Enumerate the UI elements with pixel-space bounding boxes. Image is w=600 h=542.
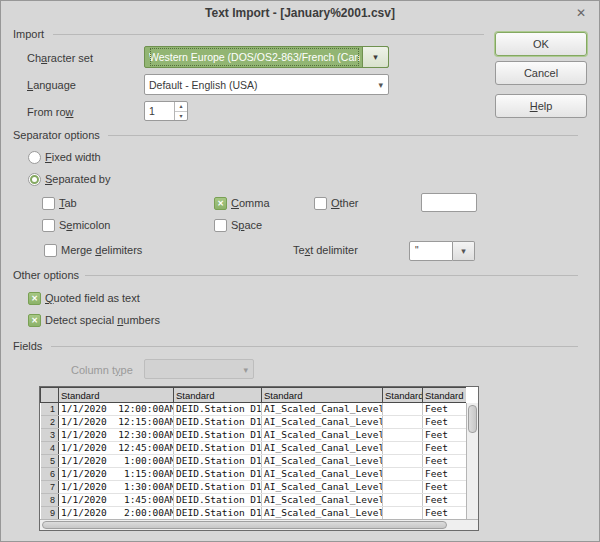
cell-unit[interactable]: Feet bbox=[423, 442, 467, 455]
merge-delimiters-checkbox[interactable] bbox=[44, 244, 57, 257]
cell-unit[interactable]: Feet bbox=[423, 429, 467, 442]
cell-blank[interactable] bbox=[383, 468, 423, 481]
cell-datetime[interactable]: 1/1/2020 1:15:00AM bbox=[59, 468, 174, 481]
cell-tag[interactable]: AI_Scaled_Canal_Level bbox=[262, 507, 383, 520]
comma-checkbox[interactable]: ✕ bbox=[214, 197, 227, 210]
vertical-scrollbar[interactable] bbox=[466, 403, 478, 520]
cell-tag[interactable]: AI_Scaled_Canal_Level bbox=[262, 455, 383, 468]
detect-special-numbers-checkbox[interactable]: ✕ bbox=[28, 314, 41, 327]
cell-station[interactable]: DEID.Station D1 bbox=[174, 507, 262, 520]
cell-station[interactable]: DEID.Station D1 bbox=[174, 429, 262, 442]
semicolon-checkbox[interactable] bbox=[42, 219, 55, 232]
table-row[interactable]: 2 1/1/2020 12:15:00AM DEID.Station D1 AI… bbox=[41, 416, 467, 429]
cell-unit[interactable]: Feet bbox=[423, 455, 467, 468]
ok-button[interactable]: OK bbox=[495, 32, 587, 56]
cell-tag[interactable]: AI_Scaled_Canal_Level bbox=[262, 442, 383, 455]
tab-checkbox[interactable] bbox=[42, 197, 55, 210]
separator-options-caption: Separator options bbox=[13, 129, 100, 141]
text-delimiter-select[interactable]: " ▾ bbox=[409, 241, 475, 261]
help-button[interactable]: Help bbox=[495, 94, 587, 118]
character-set-value: Western Europe (DOS/OS2-863/French (Can.… bbox=[149, 47, 360, 67]
cell-unit[interactable]: Feet bbox=[423, 494, 467, 507]
table-row[interactable]: 6 1/1/2020 1:15:00AM DEID.Station D1 AI_… bbox=[41, 468, 467, 481]
cell-blank[interactable] bbox=[383, 403, 423, 416]
cell-blank[interactable] bbox=[383, 481, 423, 494]
cell-blank[interactable] bbox=[383, 507, 423, 520]
other-label: Other bbox=[331, 197, 359, 209]
semicolon-label: Semicolon bbox=[59, 219, 110, 231]
cell-tag[interactable]: AI_Scaled_Canal_Level bbox=[262, 403, 383, 416]
cell-datetime[interactable]: 1/1/2020 12:00:00AM bbox=[59, 403, 174, 416]
table-row[interactable]: 8 1/1/2020 1:45:00AM DEID.Station D1 AI_… bbox=[41, 494, 467, 507]
cell-datetime[interactable]: 1/1/2020 12:15:00AM bbox=[59, 416, 174, 429]
chevron-down-icon[interactable]: ▾ bbox=[362, 47, 388, 67]
column-type-value bbox=[149, 360, 233, 378]
vertical-scrollbar-thumb[interactable] bbox=[468, 405, 477, 433]
cell-datetime[interactable]: 1/1/2020 1:00:00AM bbox=[59, 455, 174, 468]
cell-station[interactable]: DEID.Station D1 bbox=[174, 403, 262, 416]
header-row: Standard Standard Standard Standard Stan… bbox=[41, 388, 467, 403]
chevron-down-icon[interactable]: ▾ bbox=[453, 241, 475, 261]
close-icon[interactable]: ✕ bbox=[573, 5, 589, 21]
cell-station[interactable]: DEID.Station D1 bbox=[174, 494, 262, 507]
space-label: Space bbox=[231, 219, 262, 231]
table-row[interactable]: 1 1/1/2020 12:00:00AM DEID.Station D1 AI… bbox=[41, 403, 467, 416]
table-row[interactable]: 9 1/1/2020 2:00:00AM DEID.Station D1 AI_… bbox=[41, 507, 467, 520]
language-select[interactable]: Default - English (USA) ▾ bbox=[144, 74, 389, 95]
cell-tag[interactable]: AI_Scaled_Canal_Level bbox=[262, 416, 383, 429]
table-row[interactable]: 7 1/1/2020 1:30:00AM DEID.Station D1 AI_… bbox=[41, 481, 467, 494]
cell-station[interactable]: DEID.Station D1 bbox=[174, 481, 262, 494]
cell-unit[interactable]: Feet bbox=[423, 416, 467, 429]
cell-blank[interactable] bbox=[383, 442, 423, 455]
horizontal-scrollbar[interactable] bbox=[40, 519, 478, 530]
cell-blank[interactable] bbox=[383, 455, 423, 468]
cell-tag[interactable]: AI_Scaled_Canal_Level bbox=[262, 481, 383, 494]
cell-station[interactable]: DEID.Station D1 bbox=[174, 468, 262, 481]
cell-station[interactable]: DEID.Station D1 bbox=[174, 442, 262, 455]
cell-datetime[interactable]: 1/1/2020 12:45:00AM bbox=[59, 442, 174, 455]
cell-unit[interactable]: Feet bbox=[423, 468, 467, 481]
column-header-2[interactable]: Standard bbox=[174, 388, 262, 403]
spin-down-icon[interactable]: ▾ bbox=[175, 111, 187, 120]
table-row[interactable]: 4 1/1/2020 12:45:00AM DEID.Station D1 AI… bbox=[41, 442, 467, 455]
cancel-button[interactable]: Cancel bbox=[495, 61, 587, 85]
cell-unit[interactable]: Feet bbox=[423, 481, 467, 494]
other-checkbox[interactable] bbox=[314, 197, 327, 210]
cell-tag[interactable]: AI_Scaled_Canal_Level bbox=[262, 429, 383, 442]
text-delimiter-value[interactable]: " bbox=[409, 241, 453, 261]
space-checkbox[interactable] bbox=[214, 219, 227, 232]
spin-up-icon[interactable]: ▴ bbox=[175, 102, 187, 111]
chevron-down-icon: ▾ bbox=[243, 360, 248, 378]
separated-by-radio[interactable] bbox=[28, 173, 41, 186]
tab-label: Tab bbox=[59, 197, 77, 209]
quoted-field-label: Quoted field as text bbox=[45, 292, 140, 304]
import-caption: Import bbox=[13, 28, 44, 40]
cell-datetime[interactable]: 1/1/2020 12:30:00AM bbox=[59, 429, 174, 442]
table-row[interactable]: 5 1/1/2020 1:00:00AM DEID.Station D1 AI_… bbox=[41, 455, 467, 468]
text-delimiter-label: Text delimiter bbox=[293, 244, 358, 256]
column-header-4[interactable]: Standard bbox=[383, 388, 423, 403]
from-row-stepper[interactable]: 1 ▴ ▾ bbox=[144, 101, 188, 121]
column-header-5[interactable]: Standard bbox=[423, 388, 467, 403]
detect-special-numbers-label: Detect special numbers bbox=[45, 314, 160, 326]
column-header-1[interactable]: Standard bbox=[59, 388, 174, 403]
cell-datetime[interactable]: 1/1/2020 1:30:00AM bbox=[59, 481, 174, 494]
quoted-field-checkbox[interactable]: ✕ bbox=[28, 292, 41, 305]
cell-unit[interactable]: Feet bbox=[423, 403, 467, 416]
cell-tag[interactable]: AI_Scaled_Canal_Level bbox=[262, 468, 383, 481]
cell-station[interactable]: DEID.Station D1 bbox=[174, 416, 262, 429]
horizontal-scrollbar-thumb[interactable] bbox=[42, 521, 447, 529]
table-row[interactable]: 3 1/1/2020 12:30:00AM DEID.Station D1 AI… bbox=[41, 429, 467, 442]
cell-datetime[interactable]: 1/1/2020 1:45:00AM bbox=[59, 494, 174, 507]
cell-blank[interactable] bbox=[383, 429, 423, 442]
cell-station[interactable]: DEID.Station D1 bbox=[174, 455, 262, 468]
column-header-3[interactable]: Standard bbox=[262, 388, 383, 403]
other-separator-input[interactable] bbox=[421, 193, 477, 212]
cell-blank[interactable] bbox=[383, 494, 423, 507]
cell-tag[interactable]: AI_Scaled_Canal_Level bbox=[262, 494, 383, 507]
cell-unit[interactable]: Feet bbox=[423, 507, 467, 520]
cell-datetime[interactable]: 1/1/2020 2:00:00AM bbox=[59, 507, 174, 520]
fixed-width-radio[interactable] bbox=[28, 151, 41, 164]
cell-blank[interactable] bbox=[383, 416, 423, 429]
character-set-select[interactable]: Western Europe (DOS/OS2-863/French (Can.… bbox=[144, 46, 389, 68]
